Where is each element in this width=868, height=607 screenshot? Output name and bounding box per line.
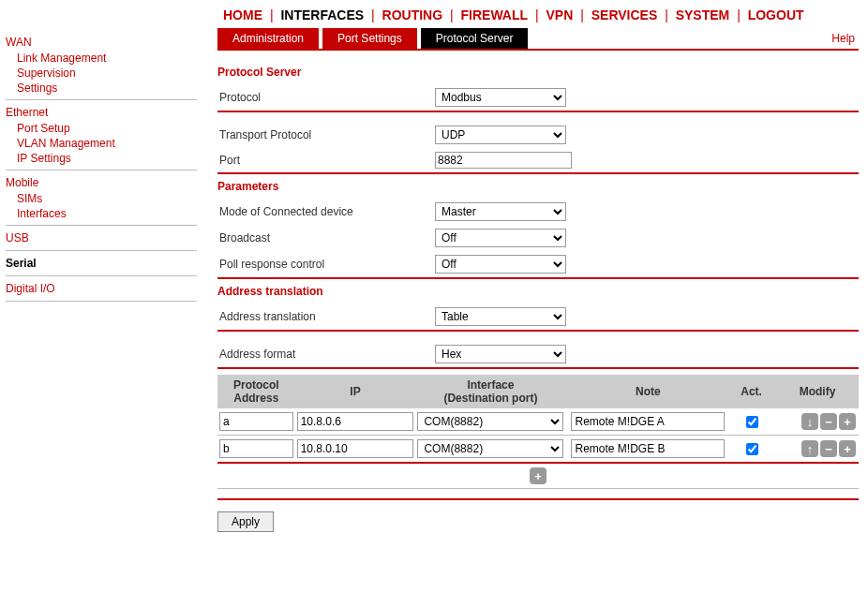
topnav-vpn[interactable]: VPN (546, 7, 573, 22)
select-transport[interactable]: UDP (435, 126, 566, 144)
select-protocol[interactable]: Modbus (435, 88, 566, 107)
input-port[interactable] (435, 152, 572, 169)
th-protocol-address: ProtocolAddress (217, 375, 295, 408)
help-link[interactable]: Help (831, 32, 855, 45)
label-transport: Transport Protocol (217, 128, 435, 141)
sidebar-sub-settings[interactable]: Settings (6, 81, 197, 96)
th-act: Act. (726, 375, 776, 408)
add-row-icon[interactable]: + (530, 467, 546, 484)
sidebar-sub-sims[interactable]: SIMs (6, 191, 197, 206)
row-ip-input[interactable] (297, 412, 414, 431)
table-row: COM(8882)↑−+ (217, 436, 859, 464)
sidebar-sub-ip-settings[interactable]: IP Settings (6, 151, 197, 166)
row-ip-input[interactable] (297, 439, 414, 458)
sidebar-item-serial[interactable]: Serial (6, 255, 197, 272)
section-title-protocol-server: Protocol Server (217, 60, 859, 84)
sidebar-item-wan[interactable]: WAN (6, 34, 197, 51)
apply-button[interactable]: Apply (217, 511, 274, 532)
th-interface: Interface(Destination port) (415, 375, 565, 408)
topnav-system[interactable]: SYSTEM (676, 7, 730, 22)
sidebar-item-digital-i-o[interactable]: Digital I/O (6, 280, 197, 297)
tab-port-settings[interactable]: Port Settings (322, 28, 417, 49)
row-note-input[interactable] (571, 412, 725, 431)
table-row: COM(8882)↓−+ (217, 408, 859, 436)
label-mode: Mode of Connected device (217, 205, 435, 218)
label-addr-format: Address format (217, 348, 435, 361)
row-note-input[interactable] (571, 439, 725, 458)
row-interface-select[interactable]: COM(8882) (417, 439, 563, 458)
sidebar-sub-supervision[interactable]: Supervision (6, 66, 197, 81)
row-proto-input[interactable] (219, 439, 293, 458)
add-row-icon[interactable]: + (839, 440, 856, 457)
topnav-interfaces[interactable]: INTERFACES (280, 7, 364, 22)
select-addr-format[interactable]: Hex (435, 345, 566, 363)
sidebar-sub-port-setup[interactable]: Port Setup (6, 121, 197, 136)
topnav-home[interactable]: HOME (223, 7, 262, 22)
section-title-addr: Address translation (217, 279, 859, 304)
row-active-checkbox[interactable] (746, 443, 758, 455)
th-modify: Modify (776, 375, 859, 408)
row-interface-select[interactable]: COM(8882) (417, 412, 563, 431)
sidebar-item-ethernet[interactable]: Ethernet (6, 104, 197, 121)
tab-administration[interactable]: Administration (217, 28, 319, 49)
topnav-routing[interactable]: ROUTING (382, 7, 443, 22)
row-active-checkbox[interactable] (746, 416, 758, 428)
sidebar-sub-link-management[interactable]: Link Management (6, 51, 197, 66)
select-addr-translation[interactable]: Table (435, 307, 566, 326)
th-note: Note (569, 375, 726, 408)
label-addr-translation: Address translation (217, 310, 435, 323)
sidebar-item-mobile[interactable]: Mobile (6, 174, 197, 191)
section-title-parameters: Parameters (217, 174, 859, 199)
label-protocol: Protocol (217, 91, 435, 104)
tab-protocol-server[interactable]: Protocol Server (421, 28, 529, 49)
sidebar-sub-vlan-management[interactable]: VLAN Management (6, 136, 197, 151)
move-down-icon[interactable]: ↓ (801, 413, 818, 430)
label-poll: Poll response control (217, 258, 435, 271)
topnav-firewall[interactable]: FIREWALL (461, 7, 529, 22)
sidebar-item-usb[interactable]: USB (6, 229, 197, 246)
add-row-icon[interactable]: + (839, 413, 856, 430)
select-broadcast[interactable]: Off (435, 229, 566, 247)
move-up-icon[interactable]: ↑ (801, 440, 818, 457)
th-ip: IP (295, 375, 416, 408)
topnav-services[interactable]: SERVICES (591, 7, 658, 22)
label-broadcast: Broadcast (217, 231, 435, 244)
select-mode[interactable]: Master (435, 202, 566, 221)
delete-row-icon[interactable]: − (820, 413, 837, 430)
sidebar-sub-interfaces[interactable]: Interfaces (6, 206, 197, 221)
label-port: Port (217, 154, 435, 167)
delete-row-icon[interactable]: − (820, 440, 837, 457)
topnav-logout[interactable]: LOGOUT (748, 7, 804, 22)
row-proto-input[interactable] (219, 412, 293, 431)
select-poll[interactable]: Off (435, 255, 566, 274)
